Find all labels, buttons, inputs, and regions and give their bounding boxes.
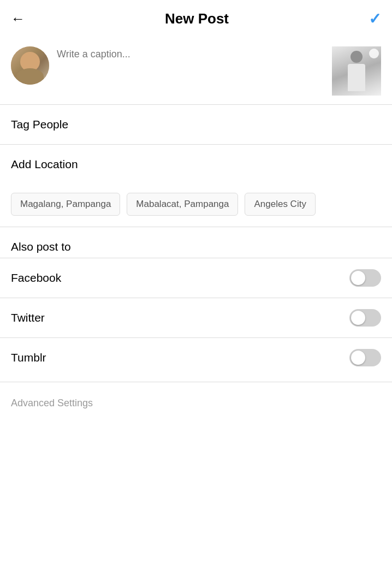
- thumbnail-overlay: [369, 49, 379, 58]
- location-chip-0[interactable]: Magalang, Pampanga: [11, 193, 120, 216]
- tumblr-toggle-knob: [351, 351, 365, 365]
- add-location-row[interactable]: Add Location: [0, 145, 392, 184]
- facebook-toggle[interactable]: [349, 269, 381, 287]
- caption-section: [0, 38, 392, 104]
- caption-input[interactable]: [57, 46, 324, 60]
- tag-people-label: Tag People: [11, 118, 68, 131]
- add-location-label: Add Location: [11, 158, 78, 171]
- twitter-label: Twitter: [11, 311, 45, 324]
- location-chips-container: Magalang, Pampanga Mabalacat, Pampanga A…: [0, 184, 392, 227]
- facebook-label: Facebook: [11, 271, 61, 284]
- tumblr-toggle[interactable]: [349, 349, 381, 366]
- avatar: [11, 46, 49, 85]
- post-thumbnail: [332, 46, 381, 96]
- location-chip-1[interactable]: Mabalacat, Pampanga: [127, 193, 238, 216]
- avatar-image: [11, 46, 49, 85]
- page-title: New Post: [165, 10, 229, 27]
- tag-people-row[interactable]: Tag People: [0, 105, 392, 144]
- location-chip-2[interactable]: Angeles City: [245, 193, 315, 216]
- twitter-toggle[interactable]: [349, 309, 381, 327]
- twitter-toggle-row: Twitter: [0, 298, 392, 337]
- facebook-toggle-row: Facebook: [0, 258, 392, 298]
- advanced-settings-label: Advanced Settings: [11, 398, 93, 408]
- also-post-to-heading: Also post to: [0, 227, 392, 258]
- header: ← New Post ✓: [0, 0, 392, 38]
- twitter-toggle-knob: [351, 311, 365, 325]
- tumblr-toggle-row: Tumblr: [0, 338, 392, 377]
- back-icon[interactable]: ←: [11, 10, 25, 27]
- facebook-toggle-knob: [351, 271, 365, 285]
- confirm-icon[interactable]: ✓: [369, 10, 381, 28]
- advanced-settings-row[interactable]: Advanced Settings: [0, 382, 392, 424]
- tumblr-label: Tumblr: [11, 351, 46, 364]
